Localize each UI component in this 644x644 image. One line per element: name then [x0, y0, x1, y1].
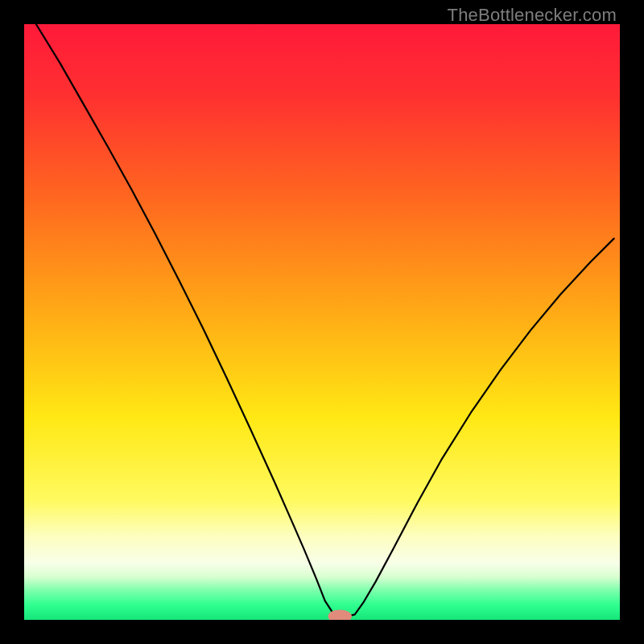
watermark-text: TheBottlenecker.com — [448, 5, 617, 26]
gradient-background — [24, 24, 620, 620]
bottleneck-chart — [24, 24, 620, 620]
chart-frame — [24, 24, 620, 620]
